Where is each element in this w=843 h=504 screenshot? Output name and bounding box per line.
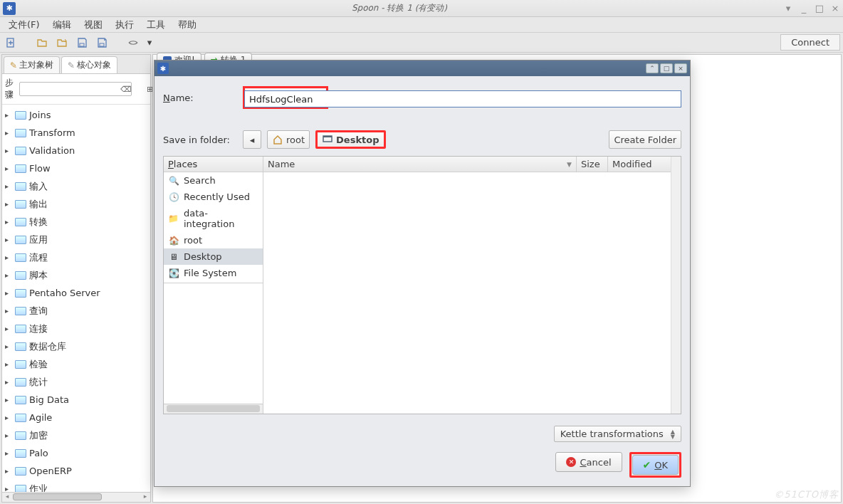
- folder-icon: [15, 253, 26, 262]
- home-icon: 🏠: [168, 236, 179, 246]
- places-divider: [164, 283, 263, 283]
- filetype-selector[interactable]: Kettle transformations ▲▼: [554, 426, 681, 442]
- col-name[interactable]: Name▼: [263, 157, 577, 172]
- tree-node: ▸应用: [2, 231, 150, 248]
- ok-button[interactable]: ✔ OK: [632, 455, 679, 475]
- drive-icon: 💽: [168, 268, 179, 278]
- file-list-body[interactable]: [263, 172, 671, 414]
- perspective-dropdown-icon[interactable]: ▾: [145, 35, 154, 51]
- folder-icon: [15, 289, 26, 298]
- place-data-integration[interactable]: 📁data-integration: [164, 205, 263, 232]
- horizontal-scrollbar[interactable]: ◂▸: [2, 492, 150, 502]
- watermark: ©51CTO博客: [774, 488, 839, 501]
- save-icon[interactable]: [74, 35, 90, 51]
- folder-icon: 📁: [168, 214, 179, 224]
- filetype-label: Kettle transformations: [560, 429, 664, 439]
- tab-label: 核心对象: [77, 59, 111, 71]
- folder-icon: [15, 182, 26, 191]
- cancel-button[interactable]: ✕ Cancel: [555, 452, 622, 472]
- name-input[interactable]: [244, 90, 681, 107]
- svg-rect-2: [100, 43, 104, 46]
- folder-icon: [15, 467, 26, 476]
- save-as-icon[interactable]: [94, 35, 110, 51]
- menu-view[interactable]: 视图: [78, 17, 108, 33]
- perspective-icon[interactable]: [125, 35, 141, 51]
- ok-highlight: ✔ OK: [629, 452, 682, 478]
- tab-core-objects[interactable]: ✎核心对象: [61, 56, 117, 73]
- spinner-icon: ▲▼: [671, 429, 675, 439]
- dialog-rollup-icon[interactable]: ⌃: [646, 63, 659, 73]
- place-search[interactable]: 🔍Search: [164, 172, 263, 189]
- folder-icon: [15, 307, 26, 315]
- svg-rect-6: [323, 136, 332, 137]
- tab-main-objects[interactable]: ✎主对象树: [4, 56, 60, 73]
- file-list-scrollbar[interactable]: [671, 157, 681, 414]
- app-icon: ✱: [3, 2, 16, 15]
- tree-node: ▸脚本: [2, 266, 150, 284]
- folder-icon: [15, 414, 26, 422]
- window-close-icon[interactable]: ×: [830, 3, 840, 14]
- tab-label: 主对象树: [19, 59, 53, 71]
- tree-node: ▸OpenERP: [2, 462, 150, 480]
- new-file-icon[interactable]: [3, 35, 19, 51]
- place-filesystem[interactable]: 💽File System: [164, 265, 263, 281]
- app-titlebar: ✱ Spoon - 转换 1 (有变动) ▾ _ □ ×: [0, 0, 843, 17]
- tree-node: ▸检验: [2, 355, 150, 373]
- tree-node: ▸Transform: [2, 124, 150, 142]
- tree-node: ▸输入: [2, 177, 150, 195]
- sort-icon[interactable]: ▼: [567, 161, 572, 168]
- connect-button[interactable]: Connect: [780, 34, 840, 51]
- col-modified[interactable]: Modified: [608, 157, 671, 172]
- toolbar: ▾ Connect: [0, 33, 843, 53]
- place-root[interactable]: 🏠root: [164, 232, 263, 248]
- path-root-button[interactable]: root: [267, 130, 310, 149]
- folder-icon: [15, 325, 26, 333]
- tree-node: ▸Big Data: [2, 391, 150, 409]
- window-restore-icon[interactable]: _: [799, 3, 809, 14]
- folder-icon: [15, 129, 26, 137]
- svg-point-3: [104, 39, 105, 41]
- folder-icon: [15, 396, 26, 404]
- save-dialog: ✱ ⌃ □ × Name: Save in folder: ◂ root: [154, 60, 691, 487]
- search-input[interactable]: [19, 82, 132, 96]
- dialog-close-icon[interactable]: ×: [674, 63, 687, 73]
- tree-node: ▸Validation: [2, 142, 150, 159]
- window-maximize-icon[interactable]: □: [815, 3, 824, 14]
- window-minimize-icon[interactable]: ▾: [783, 3, 793, 14]
- left-panel: ✎主对象树 ✎核心对象 步骤 ⌫ ⊞ ⊟ ▸Joins ▸Transform ▸…: [1, 54, 151, 503]
- place-recent[interactable]: 🕓Recently Used: [164, 189, 263, 205]
- place-desktop[interactable]: 🖥Desktop: [164, 248, 263, 265]
- clear-search-icon[interactable]: ⌫: [120, 85, 132, 94]
- menu-edit[interactable]: 编辑: [47, 17, 77, 33]
- search-label: 步骤: [5, 77, 14, 101]
- menu-run[interactable]: 执行: [110, 17, 140, 33]
- folder-icon: [15, 271, 26, 280]
- places-scrollbar[interactable]: [164, 404, 263, 414]
- tree-node: ▸统计: [2, 373, 150, 391]
- explore-icon[interactable]: [54, 35, 70, 51]
- col-size[interactable]: Size: [577, 157, 608, 172]
- menu-help[interactable]: 帮助: [172, 17, 202, 33]
- tree-node: ▸连接: [2, 320, 150, 337]
- file-browser: Places 🔍Search 🕓Recently Used 📁data-inte…: [163, 156, 681, 414]
- open-file-icon[interactable]: [34, 35, 50, 51]
- check-icon: ✔: [643, 459, 651, 471]
- path-back-button[interactable]: ◂: [243, 130, 261, 149]
- menu-tools[interactable]: 工具: [141, 17, 171, 33]
- search-icon: 🔍: [168, 176, 179, 186]
- dialog-maximize-icon[interactable]: □: [660, 63, 673, 73]
- tree-node: ▸流程: [2, 248, 150, 266]
- tree-node: ▸Joins: [2, 106, 150, 124]
- desktop-icon: 🖥: [168, 252, 179, 262]
- folder-icon: [15, 147, 26, 155]
- steps-tree[interactable]: ▸Joins ▸Transform ▸Validation ▸Flow ▸输入 …: [2, 105, 150, 492]
- create-folder-button[interactable]: Create Folder: [609, 130, 681, 149]
- tree-node: ▸Palo: [2, 444, 150, 462]
- folder-icon: [15, 164, 26, 173]
- tree-node: ▸数据仓库: [2, 337, 150, 355]
- menubar: 文件(F) 编辑 视图 执行 工具 帮助: [0, 17, 843, 33]
- menu-file[interactable]: 文件(F): [3, 17, 46, 33]
- dialog-titlebar[interactable]: ✱ ⌃ □ ×: [155, 61, 690, 76]
- path-desktop-button[interactable]: Desktop: [315, 130, 385, 149]
- tree-node: ▸转换: [2, 213, 150, 231]
